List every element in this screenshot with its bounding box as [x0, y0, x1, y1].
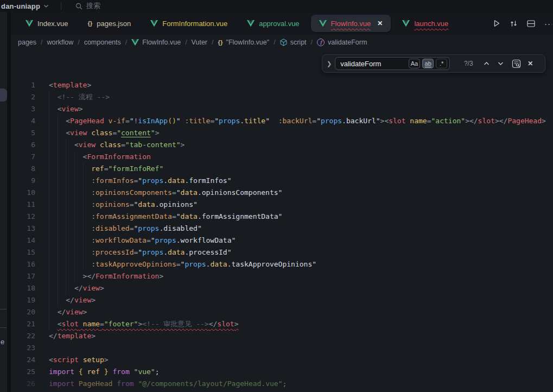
split-editor-icon[interactable]	[527, 20, 535, 27]
line-number[interactable]: 26	[11, 378, 35, 390]
code-line-3[interactable]: 3<view>	[11, 103, 553, 115]
previous-match-icon[interactable]	[484, 61, 490, 66]
tab-FormInformation.vue[interactable]: FormInformation.vue	[142, 15, 236, 32]
indent-guide	[66, 187, 74, 199]
code-line-23[interactable]: 23	[11, 342, 553, 354]
code-text: :taskApproveOpinions="props.data.taskApp…	[49, 258, 316, 270]
code-line-18[interactable]: 18</view>	[11, 282, 553, 294]
code-line-25[interactable]: 25import { ref } from "vue";	[11, 366, 553, 378]
tab-launch.vue[interactable]: launch.vue	[394, 15, 456, 32]
more-actions-icon[interactable]: ···	[544, 19, 552, 28]
line-number[interactable]: 14	[11, 235, 35, 246]
code-line-13[interactable]: 13:disabled="props.disabled"	[11, 223, 553, 235]
code-text: <template>	[49, 79, 91, 91]
tab-approval.vue[interactable]: approval.vue	[239, 15, 307, 32]
code-line-15[interactable]: 15:processId="props.data.processId"	[11, 246, 553, 258]
code-line-4[interactable]: 4<PageHead v-if="!isInApp()" :title="pro…	[11, 115, 553, 127]
regex-toggle[interactable]: .*	[436, 59, 447, 68]
code-line-20[interactable]: 20</view>	[11, 306, 553, 318]
global-search[interactable]: 搜索	[75, 1, 100, 11]
breadcrumb-item-components[interactable]: components	[84, 39, 121, 46]
line-number[interactable]: 18	[11, 282, 35, 294]
sidebar-text-fragment: e	[1, 338, 4, 346]
line-number[interactable]: 20	[11, 306, 35, 318]
indent-guide	[58, 294, 66, 306]
line-number[interactable]: 1	[11, 79, 35, 91]
code-line-22[interactable]: 22</template>	[11, 330, 553, 342]
code-line-9[interactable]: 9:formInfos="props.data.formInfos"	[11, 175, 553, 187]
code-line-2[interactable]: 2<!-- 流程 -->	[11, 91, 553, 103]
line-number[interactable]: 16	[11, 258, 35, 270]
chevron-down-icon[interactable]	[43, 4, 49, 8]
code-line-24[interactable]: 24<script setup>	[11, 354, 553, 366]
breadcrumb-item-pages[interactable]: pages	[18, 39, 36, 46]
code-line-21[interactable]: 21<slot name="footer"><!-- 审批意见 --></slo…	[11, 318, 553, 330]
code-area[interactable]: 1<template>2<!-- 流程 -->3<view>4<PageHead…	[11, 50, 553, 392]
match-case-toggle[interactable]: Aa	[409, 59, 420, 68]
indent-guide	[49, 139, 58, 151]
line-number[interactable]: 17	[11, 270, 35, 282]
line-number[interactable]: 23	[11, 342, 35, 354]
line-number[interactable]: 15	[11, 246, 35, 258]
line-number[interactable]: 10	[11, 187, 35, 199]
line-number[interactable]: 7	[11, 151, 35, 163]
line-number[interactable]: 25	[11, 366, 35, 378]
tab-Index.vue[interactable]: Index.vue	[17, 15, 76, 32]
next-match-icon[interactable]	[498, 61, 504, 66]
code-line-14[interactable]: 14:workflowData="props.workflowData"	[11, 235, 553, 246]
line-number[interactable]: 22	[11, 330, 35, 342]
line-number[interactable]: 12	[11, 211, 35, 223]
toggle-replace-icon[interactable]: ❯	[327, 60, 332, 67]
run-icon[interactable]	[493, 20, 500, 27]
tab-FlowInfo.vue[interactable]: FlowInfo.vue✕	[311, 15, 391, 32]
whole-word-toggle[interactable]: ab	[422, 59, 434, 68]
line-number[interactable]: 2	[11, 91, 35, 103]
project-name[interactable]: dan-uniapp	[0, 2, 40, 10]
find-in-selection-icon[interactable]	[512, 59, 521, 68]
indent-guide	[83, 246, 92, 258]
code-line-17[interactable]: 17></FormInformation>	[11, 270, 553, 282]
line-number[interactable]: 11	[11, 199, 35, 211]
sidebar-handle[interactable]	[0, 88, 7, 102]
code-line-16[interactable]: 16:taskApproveOpinions="props.data.taskA…	[11, 258, 553, 270]
code-line-12[interactable]: 12:formAssignmentData="data.formAssignme…	[11, 211, 553, 223]
indent-guide	[66, 235, 74, 246]
compare-changes-icon[interactable]	[510, 20, 518, 28]
breadcrumb-item-FlowInfo.vue[interactable]: FlowInfo.vue	[131, 39, 181, 46]
find-close-icon[interactable]: ✕	[527, 60, 533, 67]
line-number[interactable]: 5	[11, 127, 35, 139]
indent-guide	[58, 223, 66, 235]
line-number[interactable]: 6	[11, 139, 35, 151]
indent-guide	[58, 127, 66, 139]
code-text: </view>	[49, 306, 87, 318]
indent-guide	[66, 270, 74, 282]
breadcrumb-item-Vuter[interactable]: Vuter	[192, 39, 207, 46]
line-number[interactable]: 4	[11, 115, 35, 127]
code-line-1[interactable]: 1<template>	[11, 79, 553, 91]
code-line-26[interactable]: 26import PageHead from "@/components/lay…	[11, 378, 553, 390]
breadcrumb-item-validateForm[interactable]: fvalidateForm	[317, 39, 367, 46]
code-line-11[interactable]: 11:opinions="data.opinions"	[11, 199, 553, 211]
code-line-7[interactable]: 7<FormInformation	[11, 151, 553, 163]
breadcrumb-item-workflow[interactable]: workflow	[47, 39, 74, 46]
indent-guide	[49, 258, 58, 270]
code-text: <!-- 流程 -->	[49, 91, 110, 103]
code-line-5[interactable]: 5<view class="content">	[11, 127, 553, 139]
find-input[interactable]	[340, 60, 406, 68]
line-number[interactable]: 19	[11, 294, 35, 306]
code-line-6[interactable]: 6<view class="tab-content">	[11, 139, 553, 151]
line-number[interactable]: 21	[11, 318, 35, 330]
breadcrumb-item-FlowInfo.vue[interactable]: {}"FlowInfo.vue"	[218, 39, 270, 46]
line-number[interactable]: 9	[11, 175, 35, 187]
tab-pages.json[interactable]: {}pages.json	[79, 15, 139, 32]
code-line-10[interactable]: 10:opinionsComponents="data.opinionsComp…	[11, 187, 553, 199]
line-number[interactable]: 8	[11, 163, 35, 175]
code-line-19[interactable]: 19</view>	[11, 294, 553, 306]
tab-close-icon[interactable]: ✕	[377, 20, 383, 27]
line-number[interactable]: 24	[11, 354, 35, 366]
line-number[interactable]: 3	[11, 103, 35, 115]
breadcrumb-item-script[interactable]: script	[280, 39, 307, 46]
line-number[interactable]: 13	[11, 223, 35, 235]
indent-guide	[66, 175, 74, 187]
code-line-8[interactable]: 8ref="formInfoRef"	[11, 163, 553, 175]
